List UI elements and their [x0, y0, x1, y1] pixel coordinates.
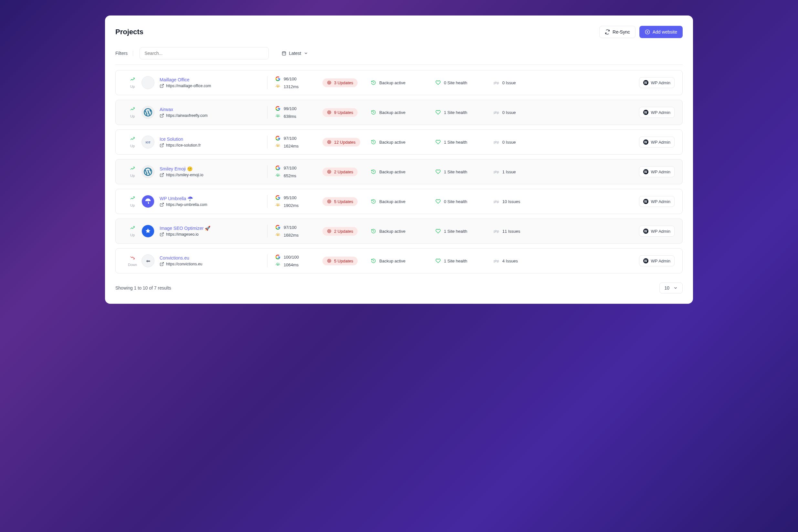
- site-name-link[interactable]: Maillage Office: [160, 77, 211, 82]
- issues-count: 0 Issue: [502, 110, 516, 115]
- history-icon: [371, 110, 376, 115]
- target-icon: [327, 229, 331, 233]
- filters-button[interactable]: Filters: [115, 51, 133, 56]
- svg-point-16: [277, 205, 278, 206]
- wp-admin-button[interactable]: WWP Admin: [639, 255, 675, 266]
- external-link-icon: [160, 232, 164, 236]
- site-url-link[interactable]: https://ice-solution.fr: [160, 143, 201, 148]
- page-size-select[interactable]: 10: [659, 283, 683, 293]
- wordpress-icon: W: [643, 199, 648, 204]
- backup-status: Backup active: [379, 140, 405, 145]
- updates-badge[interactable]: 9 Updates: [323, 108, 358, 117]
- site-cell: Airwaxhttps://airwaxfreefly.com: [142, 106, 268, 119]
- external-link-icon: [160, 262, 164, 266]
- updates-cell: 9 Updates: [323, 108, 371, 117]
- project-row[interactable]: UpWP Umbrella ☂️https://wp-umbrella.com9…: [115, 189, 683, 214]
- page-size-value: 10: [664, 285, 669, 290]
- project-row[interactable]: Down⬅Convictions.euhttps://convictions.e…: [115, 248, 683, 273]
- updates-cell: 5 Updates: [323, 256, 371, 265]
- load-time: 1312ms: [284, 84, 298, 89]
- issues-cell: php11 Issues: [494, 229, 545, 234]
- issues-count: 1 Issue: [502, 170, 516, 174]
- health-cell: 1 Site health: [436, 169, 494, 174]
- performance-cell: 96/1001312ms: [268, 76, 323, 89]
- updates-cell: 5 Updates: [323, 197, 371, 206]
- status-text: Up: [123, 84, 142, 89]
- chevron-down-icon: [673, 286, 678, 290]
- svg-point-13: [277, 175, 278, 176]
- add-website-button[interactable]: Add website: [639, 26, 683, 38]
- issues-cell: php10 Issues: [494, 199, 545, 204]
- trend-up-icon: [130, 196, 135, 201]
- site-name-link[interactable]: Airwax: [160, 107, 207, 112]
- site-name-link[interactable]: Image SEO Optimizer 🚀: [160, 226, 210, 231]
- status-cell: Up: [123, 77, 142, 89]
- updates-badge[interactable]: 3 Updates: [323, 78, 358, 87]
- svg-point-18: [329, 201, 330, 203]
- project-row[interactable]: UpıceIce Solutionhttps://ice-solution.fr…: [115, 130, 683, 155]
- history-icon: [371, 80, 376, 85]
- backup-cell: Backup active: [371, 229, 436, 234]
- admin-cell: WWP Admin: [639, 196, 675, 207]
- svg-point-21: [329, 230, 330, 232]
- backup-cell: Backup active: [371, 110, 436, 115]
- project-row[interactable]: UpMaillage Officehttps://maillage-office…: [115, 70, 683, 95]
- trend-up-icon: [130, 107, 135, 112]
- status-text: Up: [123, 114, 142, 118]
- svg-point-8: [329, 112, 330, 113]
- resync-button[interactable]: Re-Sync: [599, 26, 635, 38]
- search-input[interactable]: [140, 47, 269, 59]
- site-name-link[interactable]: Smiley Emoji 🙂: [160, 166, 203, 171]
- site-url-link[interactable]: https://imageseo.io: [160, 232, 210, 236]
- site-url-link[interactable]: https://maillage-office.com: [160, 83, 211, 88]
- wordpress-icon: W: [643, 229, 648, 234]
- wp-admin-button[interactable]: WWP Admin: [639, 77, 675, 88]
- updates-badge[interactable]: 12 Updates: [323, 138, 360, 147]
- site-name-link[interactable]: Ice Solution: [160, 136, 201, 142]
- site-health: 1 Site health: [444, 110, 467, 115]
- heart-icon: [436, 169, 441, 174]
- project-row[interactable]: UpImage SEO Optimizer 🚀https://imageseo.…: [115, 218, 683, 244]
- external-link-icon: [160, 173, 164, 177]
- status-cell: Up: [123, 136, 142, 148]
- pagespeed-score: 100/100: [284, 255, 299, 260]
- plus-circle-icon: [645, 30, 650, 35]
- svg-point-7: [328, 111, 331, 114]
- trend-up-icon: [130, 77, 135, 82]
- site-url-link[interactable]: https://convictions.eu: [160, 262, 202, 266]
- heart-icon: [436, 229, 441, 234]
- site-cell: WP Umbrella ☂️https://wp-umbrella.com: [142, 195, 268, 208]
- updates-badge[interactable]: 2 Updates: [323, 168, 358, 176]
- wordpress-icon: W: [643, 169, 648, 174]
- status-text: Up: [123, 233, 142, 237]
- wp-admin-button[interactable]: WWP Admin: [639, 196, 675, 207]
- wordpress-icon: W: [643, 258, 648, 263]
- site-url-link[interactable]: https://airwaxfreefly.com: [160, 113, 207, 118]
- performance-cell: 95/1001902ms: [268, 195, 323, 208]
- resync-label: Re-Sync: [613, 30, 630, 35]
- wp-admin-button[interactable]: WWP Admin: [639, 166, 675, 177]
- site-name-link[interactable]: WP Umbrella ☂️: [160, 196, 207, 201]
- wp-admin-button[interactable]: WWP Admin: [639, 136, 675, 148]
- wp-admin-button[interactable]: WWP Admin: [639, 107, 675, 118]
- issues-cell: php0 Issue: [494, 140, 545, 145]
- site-url-link[interactable]: https://wp-umbrella.com: [160, 203, 207, 207]
- target-icon: [327, 110, 331, 115]
- sort-select[interactable]: Latest: [280, 49, 309, 58]
- issues-count: 0 Issue: [502, 140, 516, 145]
- trend-up-icon: [130, 225, 135, 230]
- health-cell: 1 Site health: [436, 139, 494, 145]
- wp-admin-button[interactable]: WWP Admin: [639, 226, 675, 236]
- php-icon: php: [494, 81, 499, 84]
- project-row[interactable]: UpAirwaxhttps://airwaxfreefly.com99/1006…: [115, 100, 683, 125]
- history-icon: [371, 258, 376, 263]
- project-row[interactable]: UpSmiley Emoji 🙂https://smiley-emoji.io9…: [115, 159, 683, 184]
- site-url-link[interactable]: https://smiley-emoji.io: [160, 173, 203, 177]
- projects-card: Projects Re-Sync Add website Filters Lat…: [105, 16, 693, 304]
- updates-badge[interactable]: 2 Updates: [323, 227, 358, 236]
- status-text: Up: [123, 174, 142, 177]
- site-name-link[interactable]: Convictions.eu: [160, 255, 202, 261]
- updates-badge[interactable]: 5 Updates: [323, 197, 358, 206]
- updates-badge[interactable]: 5 Updates: [323, 256, 358, 265]
- target-icon: [327, 140, 331, 144]
